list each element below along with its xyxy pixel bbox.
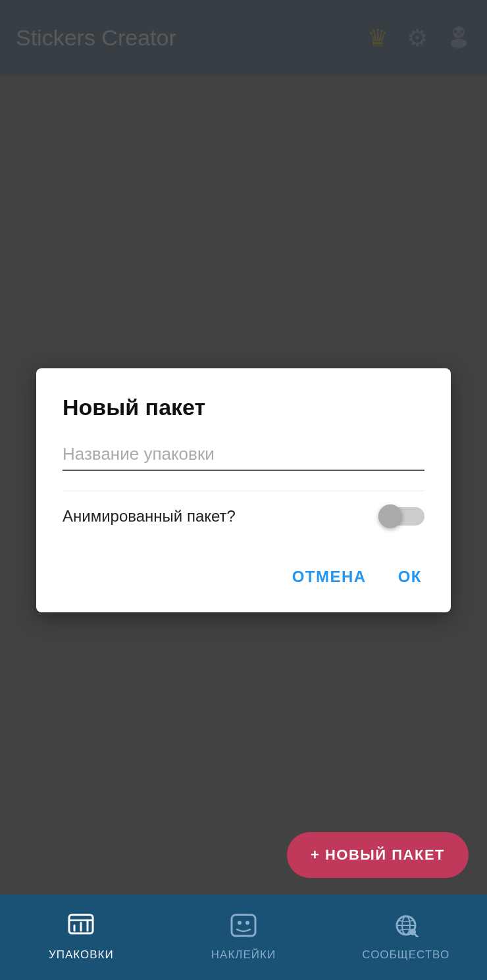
dialog-overlay: Новый пакет Анимированный пакет? ОТМЕНА … [0, 0, 487, 980]
dialog-title: Новый пакет [63, 395, 424, 420]
dialog-input-wrapper [63, 444, 424, 471]
animated-pack-toggle[interactable] [378, 504, 424, 528]
new-package-dialog: Новый пакет Анимированный пакет? ОТМЕНА … [36, 368, 451, 612]
package-name-input[interactable] [63, 444, 424, 464]
cancel-button[interactable]: ОТМЕНА [290, 561, 369, 593]
animated-pack-row: Анимированный пакет? [63, 491, 424, 541]
toggle-thumb [378, 504, 402, 528]
ok-button[interactable]: ОК [396, 561, 424, 593]
animated-pack-label: Анимированный пакет? [63, 507, 236, 526]
dialog-buttons: ОТМЕНА ОК [63, 561, 424, 593]
